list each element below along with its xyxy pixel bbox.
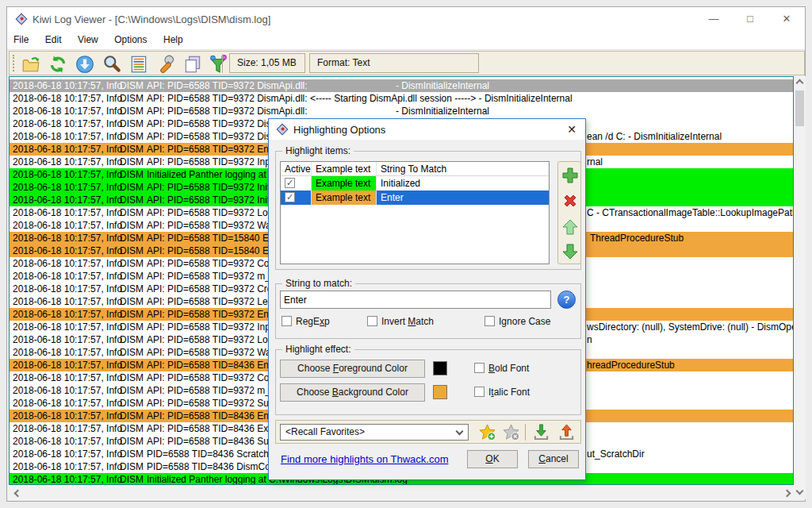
table-header: Active Example text String To Match <box>281 162 549 176</box>
dialog-close-icon[interactable]: ✕ <box>563 121 580 137</box>
remove-favorite-button[interactable] <box>502 423 520 441</box>
log-cell: 2018-06-18 10:17:57, Info <box>13 118 122 129</box>
add-favorite-button[interactable] <box>478 423 496 441</box>
log-cell: DISM <box>120 194 144 206</box>
wrench-icon <box>155 54 176 75</box>
search-button[interactable] <box>100 52 124 74</box>
log-cell: DISM <box>120 385 144 396</box>
log-cell: 2018-06-18 10:17:57, Info <box>13 194 122 206</box>
log-cell: 2018-06-18 10:17:57, Info <box>13 156 122 167</box>
choose-background-color-button[interactable]: Choose Background Color <box>280 383 425 402</box>
log-cell: 2018-06-18 10:17:57, Info <box>13 283 122 294</box>
log-cell: 2018-06-18 10:17:57, Info <box>13 321 122 333</box>
log-cell: 2018-06-18 10:17:57, Info <box>13 474 122 485</box>
move-down-button[interactable] <box>561 242 580 261</box>
download-button[interactable] <box>73 52 97 74</box>
export-icon <box>557 423 576 441</box>
thwack-link[interactable]: Find more highlights on Thwack.com <box>281 453 448 465</box>
maximize-button[interactable]: □ <box>732 7 768 31</box>
bold-font-checkbox[interactable]: Bold Font <box>474 363 529 374</box>
log-cell: 2018-06-18 10:17:57, Info <box>13 80 122 91</box>
log-cell: 2018-06-18 10:17:57, Info <box>13 398 122 409</box>
log-cell: DISM <box>120 461 144 472</box>
toolbar-grip[interactable] <box>13 55 15 71</box>
checkbox-box <box>367 316 377 326</box>
cancel-button[interactable]: Cancel <box>528 450 579 468</box>
regexp-checkbox[interactable]: RegExp <box>282 316 330 327</box>
help-icon[interactable]: ? <box>557 291 576 309</box>
log-row[interactable]: 2018-06-18 10:17:57, InfoDISMAPI: PID=65… <box>10 92 793 105</box>
ignore-case-checkbox[interactable]: Ignore Case <box>485 316 550 327</box>
log-cell: API: PID=6588 TID=9372 DismApi.dll: <---… <box>147 93 573 104</box>
dialog-icon <box>276 123 289 136</box>
import-highlights-button[interactable] <box>532 423 550 441</box>
gold-star-add-icon <box>478 423 496 441</box>
menu-options[interactable]: Options <box>108 31 153 48</box>
log-cell: DISM <box>120 271 144 282</box>
scroll-down-arrow[interactable] <box>794 487 806 499</box>
minimize-button[interactable]: — <box>695 7 732 31</box>
log-cell: DISM <box>120 220 144 231</box>
log-cell: 2018-06-18 10:17:57, Info <box>13 423 122 434</box>
menu-edit[interactable]: Edit <box>39 31 68 48</box>
italic-font-checkbox[interactable]: Italic Font <box>474 387 530 398</box>
ok-button[interactable]: OK <box>467 450 518 468</box>
log-cell: DISM <box>120 410 144 421</box>
filter-button[interactable] <box>206 52 230 74</box>
delete-item-button[interactable] <box>561 191 580 210</box>
log-cell: hreadProcedureStub <box>587 360 675 371</box>
refresh-icon <box>48 54 68 75</box>
highlight-items-table[interactable]: Active Example text String To Match Exam… <box>280 161 550 264</box>
match-string-input[interactable] <box>280 291 551 309</box>
copy-icon <box>182 54 203 75</box>
recall-favorites-dropdown[interactable]: <Recall Favorites> <box>280 424 469 441</box>
menu-file[interactable]: File <box>7 31 35 48</box>
settings-button[interactable] <box>154 52 178 74</box>
log-cell: 2018-06-18 10:17:57, Info <box>13 296 122 307</box>
view-log-button[interactable] <box>127 52 151 74</box>
export-highlights-button[interactable] <box>557 423 576 441</box>
scroll-left-arrow[interactable] <box>14 490 22 498</box>
log-row[interactable]: 2018-06-18 10:17:57, InfoDISMAPI: PID=65… <box>10 79 793 92</box>
vertical-scroll-thumb[interactable] <box>795 90 804 126</box>
log-cell: DISM <box>120 321 144 333</box>
choose-foreground-color-button[interactable]: Choose Foreground Color <box>280 360 425 378</box>
copy-button[interactable] <box>181 52 205 74</box>
app-window: Kiwi Log Viewer - [C:\Windows\Logs\DISM\… <box>6 6 806 502</box>
open-file-button[interactable] <box>19 52 43 74</box>
dialog-title: Highlighting Options <box>293 124 385 136</box>
checkbox-box <box>485 316 495 326</box>
log-cell: ThreadProcedureStub <box>590 233 684 244</box>
close-button[interactable]: ✕ <box>768 7 805 31</box>
dialog-title-bar: Highlighting Options ✕ <box>269 119 585 140</box>
vertical-scrollbar[interactable] <box>794 76 806 499</box>
table-row[interactable]: Example text Initialized <box>281 176 549 190</box>
log-row[interactable]: 2018-06-18 10:17:57, InfoDISMAPI: PID=65… <box>10 105 793 117</box>
active-checkbox[interactable] <box>285 178 295 188</box>
scroll-up-arrow[interactable] <box>794 76 806 89</box>
add-item-button[interactable] <box>561 166 580 185</box>
match-string-cell: Initialized <box>377 176 550 190</box>
string-to-match-group: String to match: ? RegExp Invert Match I… <box>275 283 581 339</box>
scroll-right-arrow[interactable] <box>783 490 791 498</box>
invert-match-checkbox[interactable]: Invert Match <box>367 316 434 327</box>
log-cell: DISM <box>120 372 144 383</box>
menu-view[interactable]: View <box>71 31 105 48</box>
log-cell: DISM <box>120 182 144 193</box>
log-cell: API: PID=6588 TID=9372 DismApi.dll: <box>147 80 308 91</box>
red-x-icon <box>561 191 580 210</box>
log-cell: wsDirectory: (null), SystemDrive: (null)… <box>587 321 794 333</box>
menu-help[interactable]: Help <box>157 31 190 48</box>
refresh-button[interactable] <box>46 52 70 74</box>
table-row[interactable]: Example text Enter <box>281 190 549 205</box>
active-checkbox[interactable] <box>285 192 295 202</box>
log-cell: DISM <box>120 398 144 409</box>
move-up-button[interactable] <box>561 217 580 237</box>
log-cell: 2018-06-18 10:17:57, Info <box>13 448 122 460</box>
log-cell: 2018-06-18 10:17:57, Info <box>13 334 122 345</box>
horizontal-scrollbar[interactable] <box>9 486 794 500</box>
log-cell: DISM <box>120 156 144 167</box>
open-folder-icon <box>21 54 41 75</box>
log-cell: 2018-06-18 10:17:57, Info <box>13 93 122 104</box>
file-format-indicator: Format: Text <box>309 53 479 73</box>
